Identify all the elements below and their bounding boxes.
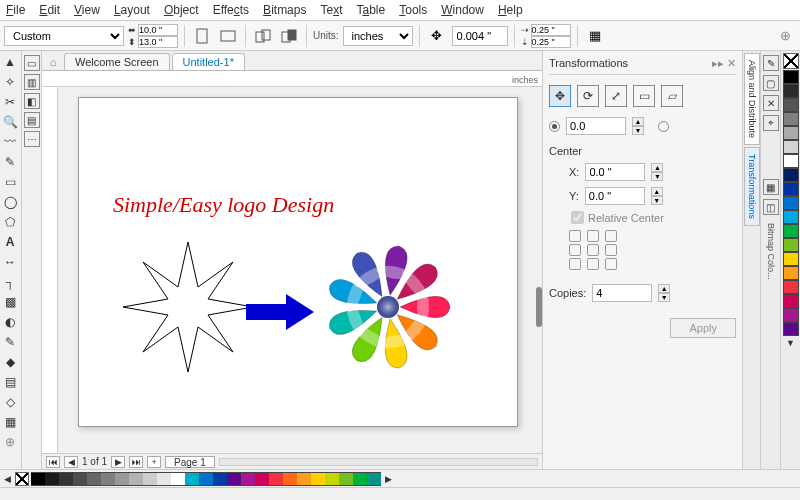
swatch[interactable] (783, 154, 799, 168)
menu-layout[interactable]: Layout (114, 3, 150, 17)
dock-btn-3[interactable]: ◧ (24, 93, 40, 109)
swatch[interactable] (115, 472, 129, 486)
angle-radio-2[interactable] (658, 121, 669, 132)
ruler-horizontal[interactable]: inches (42, 71, 542, 87)
rdock-snap-icon[interactable]: ⌖ (763, 115, 779, 131)
freehand-tool[interactable]: 〰 (1, 133, 19, 151)
swatch[interactable] (325, 472, 339, 486)
ellipse-tool[interactable]: ◯ (1, 193, 19, 211)
first-page-button[interactable]: ⏮ (46, 456, 60, 468)
rdock-eyedrop-icon[interactable]: ✎ (763, 55, 779, 71)
swatch[interactable] (297, 472, 311, 486)
vertical-scrollbar[interactable] (536, 287, 542, 327)
parallel-dim-tool[interactable]: ↔ (1, 253, 19, 271)
current-page-button[interactable] (278, 25, 300, 47)
units-combo[interactable]: inches (343, 26, 413, 46)
swatch[interactable] (783, 126, 799, 140)
angle-radio[interactable] (549, 121, 560, 132)
menu-view[interactable]: View (74, 3, 100, 17)
swatch[interactable] (783, 322, 799, 336)
menu-file[interactable]: File (6, 3, 25, 17)
swatch[interactable] (783, 112, 799, 126)
swatch[interactable] (73, 472, 87, 486)
tab-document[interactable]: Untitled-1* (172, 53, 245, 70)
swatch[interactable] (101, 472, 115, 486)
headline-text[interactable]: Simple/Easy logo Design (113, 192, 334, 218)
rotate-transform-button[interactable]: ⟳ (577, 85, 599, 107)
menu-help[interactable]: Help (498, 3, 523, 17)
anchor-grid[interactable] (569, 230, 736, 270)
menu-tools[interactable]: Tools (399, 3, 427, 17)
copies-input[interactable] (592, 284, 652, 302)
docker-tab-transformations[interactable]: Transformations (744, 147, 760, 226)
pick-tool[interactable]: ▲ (1, 53, 19, 71)
dock-btn-5[interactable]: ⋯ (24, 131, 40, 147)
menu-effects[interactable]: Effects (213, 3, 249, 17)
swatch[interactable] (339, 472, 353, 486)
dropshadow-tool[interactable]: ▩ (1, 293, 19, 311)
swatch[interactable] (783, 252, 799, 266)
outline-tool[interactable]: ◇ (1, 393, 19, 411)
dock-btn-2[interactable]: ▥ (24, 74, 40, 90)
all-pages-button[interactable] (252, 25, 274, 47)
nudge-input[interactable] (452, 26, 508, 46)
fill-tool[interactable]: ◆ (1, 353, 19, 371)
tab-welcome[interactable]: Welcome Screen (64, 53, 170, 70)
copies-up[interactable]: ▲ (658, 284, 670, 293)
horizontal-scrollbar[interactable] (219, 458, 538, 466)
dup-y-input[interactable] (531, 36, 571, 48)
portrait-button[interactable] (191, 25, 213, 47)
prev-page-button[interactable]: ◀ (64, 456, 78, 468)
swatch[interactable] (783, 238, 799, 252)
transparency-tool[interactable]: ◐ (1, 313, 19, 331)
docker-tab-align[interactable]: Align and Distribute (744, 53, 760, 145)
swatch[interactable] (157, 472, 171, 486)
swatch[interactable] (783, 168, 799, 182)
swatch[interactable] (213, 472, 227, 486)
menu-edit[interactable]: Edit (39, 3, 60, 17)
swatch[interactable] (129, 472, 143, 486)
angle-input[interactable] (566, 117, 626, 135)
cy-up[interactable]: ▲ (651, 187, 663, 196)
swatch[interactable] (783, 182, 799, 196)
swatch[interactable] (87, 472, 101, 486)
zoom-tool[interactable]: 🔍 (1, 113, 19, 131)
landscape-button[interactable] (217, 25, 239, 47)
menu-object[interactable]: Object (164, 3, 199, 17)
menu-text[interactable]: Text (320, 3, 342, 17)
swirl-logo[interactable] (313, 232, 463, 382)
swatch[interactable] (31, 472, 45, 486)
swatch[interactable] (783, 266, 799, 280)
rdock-box-icon[interactable]: ▢ (763, 75, 779, 91)
shape-tool[interactable]: ✧ (1, 73, 19, 91)
options-plus-button[interactable]: ⊕ (774, 25, 796, 47)
page-width-input[interactable] (138, 24, 178, 36)
swatch[interactable] (367, 472, 381, 486)
canvas[interactable]: Simple/Easy logo Design (58, 87, 542, 453)
swatch[interactable] (185, 472, 199, 486)
dup-x-input[interactable] (531, 24, 571, 36)
palette-down-icon[interactable]: ▼ (786, 338, 795, 348)
menu-bitmaps[interactable]: Bitmaps (263, 3, 306, 17)
rdock-close-icon[interactable]: ✕ (763, 95, 779, 111)
swatch[interactable] (171, 472, 185, 486)
center-y-input[interactable] (585, 187, 645, 205)
size-transform-button[interactable]: ▭ (633, 85, 655, 107)
angle-up[interactable]: ▲ (632, 117, 644, 126)
swatch[interactable] (227, 472, 241, 486)
treat-as-filled-button[interactable]: ▦ (584, 25, 606, 47)
no-color-swatch-h[interactable] (15, 472, 29, 486)
swatch[interactable] (783, 280, 799, 294)
menu-table[interactable]: Table (357, 3, 386, 17)
swatch[interactable] (783, 224, 799, 238)
next-page-button[interactable]: ▶ (111, 456, 125, 468)
position-transform-button[interactable]: ✥ (549, 85, 571, 107)
cx-up[interactable]: ▲ (651, 163, 663, 172)
smart-fill-tool[interactable]: ▤ (1, 373, 19, 391)
swatch[interactable] (783, 196, 799, 210)
page-height-input[interactable] (138, 36, 178, 48)
panel-close-icon[interactable]: ▸▸ ✕ (712, 57, 736, 70)
swatch[interactable] (283, 472, 297, 486)
copies-down[interactable]: ▼ (658, 293, 670, 302)
rectangle-tool[interactable]: ▭ (1, 173, 19, 191)
